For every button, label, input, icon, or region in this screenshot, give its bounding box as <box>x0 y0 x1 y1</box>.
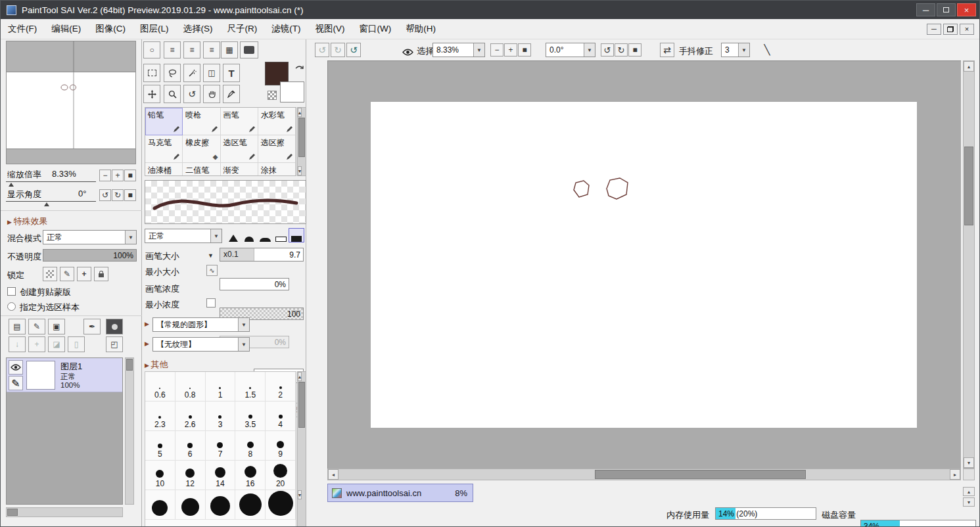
canvas-viewport[interactable] <box>327 60 961 469</box>
brush-size-option[interactable]: 6 <box>175 431 206 461</box>
new-layer-folder-button[interactable]: ▣ <box>48 319 65 334</box>
zoom-out-button[interactable]: − <box>490 43 503 57</box>
chevron-down-icon[interactable]: ▼ <box>125 231 136 244</box>
tool-gradient[interactable]: 渐变 <box>221 163 258 176</box>
tool-brush[interactable]: 画笔 <box>221 108 258 135</box>
canvas-zoom-dropdown[interactable]: 8.33% ▼ <box>432 43 485 57</box>
tab-scroll-down-button[interactable]: ▾ <box>963 497 975 507</box>
nav-zoom-slider-marker[interactable] <box>9 183 14 187</box>
lock-transparency-button[interactable] <box>43 267 57 281</box>
text-tool[interactable]: T <box>223 64 240 82</box>
brush-size-option[interactable]: 16 <box>235 461 266 490</box>
brush-size-option[interactable]: 1.5 <box>235 372 266 401</box>
layer-scrollbar-thumb[interactable] <box>126 359 133 371</box>
canvas-angle-dropdown[interactable]: 0.0° ▼ <box>546 43 595 57</box>
lock-all-button[interactable] <box>94 267 108 281</box>
blend-mode-dropdown[interactable]: 正常 ▼ <box>43 230 137 244</box>
lock-move-button[interactable]: + <box>77 267 91 281</box>
nav-zoom-out-button[interactable]: − <box>99 170 111 181</box>
move-tool[interactable] <box>143 85 160 103</box>
history-button[interactable]: ↺ <box>346 43 361 57</box>
menu-image[interactable]: 图像(C) <box>88 19 133 39</box>
brush-size-option[interactable]: 4 <box>266 401 296 431</box>
tool-airbrush[interactable]: 喷枪 <box>183 108 220 135</box>
brush-size-option[interactable] <box>206 490 236 520</box>
tip-round[interactable] <box>242 229 256 242</box>
swatches-button[interactable]: ▦ <box>221 41 238 58</box>
brush-size-option[interactable]: 20 <box>266 461 296 490</box>
transfer-down-button[interactable]: ↓ <box>9 336 26 352</box>
hue-circle-button[interactable]: ○ <box>143 41 160 58</box>
tip-hollow[interactable] <box>273 229 288 242</box>
mdi-close-button[interactable]: × <box>960 24 974 35</box>
selection-visibility-toggle[interactable] <box>402 47 413 58</box>
triangle-right-icon[interactable]: ▶ <box>145 340 149 347</box>
chevron-down-icon[interactable]: ▼ <box>238 338 249 351</box>
brush-size-option[interactable] <box>145 490 175 520</box>
undo-button[interactable]: ↺ <box>315 43 329 57</box>
chevron-down-icon[interactable]: ▼ <box>473 43 484 57</box>
others-section-header[interactable]: ▶ 其他 <box>145 359 168 371</box>
tool-eraser[interactable]: 橡皮擦◆ <box>183 135 220 163</box>
brush-size-option[interactable] <box>266 490 296 520</box>
opacity-slider[interactable]: 100% <box>43 249 137 262</box>
menu-layer[interactable]: 图层(L) <box>133 19 176 39</box>
brush-size-option[interactable]: 2.6 <box>175 401 206 431</box>
layer-hscrollbar-thumb[interactable] <box>7 509 18 516</box>
scroll-right-icon[interactable]: ▸ <box>950 469 960 480</box>
tip-square[interactable] <box>289 229 304 242</box>
menu-edit[interactable]: 编辑(E) <box>44 19 88 39</box>
brush-size-option[interactable] <box>175 490 206 520</box>
stabilizer-dropdown[interactable]: 3 ▼ <box>721 43 750 57</box>
canvas-hscrollbar-thumb[interactable] <box>595 470 806 479</box>
canvas-vscrollbar-thumb[interactable] <box>964 147 973 225</box>
camera-tool-button[interactable] <box>106 319 123 334</box>
transparent-color-toggle[interactable] <box>268 91 277 100</box>
brush-size-option[interactable]: 10 <box>145 461 175 490</box>
magic-wand-tool[interactable] <box>183 64 200 82</box>
scratchpad-button[interactable] <box>240 41 258 58</box>
tool-watercolor[interactable]: 水彩笔 <box>258 108 296 135</box>
chevron-down-icon[interactable]: ▼ <box>584 43 595 57</box>
scroll-down-icon[interactable]: ▾ <box>964 457 974 468</box>
brush-size-option[interactable]: 9 <box>266 431 296 461</box>
tip-flat-round[interactable] <box>258 229 272 242</box>
brush-size-option[interactable]: 3 <box>206 401 236 431</box>
menu-window[interactable]: 窗口(W) <box>352 19 399 39</box>
tool-binary-pen[interactable]: 二值笔 <box>183 163 220 176</box>
clipping-mask-checkbox[interactable] <box>7 287 16 296</box>
size-unit-dropdown[interactable]: ▼ <box>208 252 214 259</box>
nav-zoom-reset-button[interactable]: ■ <box>124 170 136 181</box>
tool-grid-scrollbar-thumb[interactable] <box>298 118 305 157</box>
menu-ruler[interactable]: 尺子(R) <box>220 19 265 39</box>
brush-size-option[interactable]: 7 <box>206 431 236 461</box>
tool-bucket[interactable]: 油漆桶◆ <box>145 163 183 176</box>
ruler-pen-button[interactable]: ✒ <box>83 319 101 334</box>
rotate-cw-button[interactable]: ↻ <box>615 43 628 57</box>
mdi-restore-button[interactable] <box>943 24 958 35</box>
rotate-view-tool[interactable]: ↺ <box>183 85 200 103</box>
min-density-checkbox[interactable] <box>206 298 216 308</box>
brush-size-option[interactable]: 2.3 <box>145 401 175 431</box>
redo-button[interactable]: ↻ <box>331 43 345 57</box>
effects-section-header[interactable]: ▶ 特殊效果 <box>7 216 47 227</box>
nav-angle-reset-button[interactable]: ■ <box>124 189 136 201</box>
new-layer-button[interactable]: ▤ <box>9 319 26 334</box>
new-linework-layer-button[interactable]: ✎ <box>28 319 45 334</box>
layer-paint-mode-button[interactable]: ✎ <box>9 376 23 390</box>
brush-size-slider[interactable]: x0.1 9.7 <box>220 248 304 262</box>
maximize-button[interactable] <box>937 3 956 16</box>
rect-select-tool[interactable] <box>143 64 160 82</box>
scroll-left-icon[interactable]: ◂ <box>328 469 338 480</box>
scroll-up-icon[interactable]: ▴ <box>298 372 302 381</box>
clear-layer-button[interactable]: ◪ <box>48 336 65 352</box>
chevron-down-icon[interactable]: ▼ <box>738 43 749 57</box>
close-button[interactable]: × <box>957 3 976 16</box>
menu-select[interactable]: 选择(S) <box>176 19 220 39</box>
angle-reset-button[interactable]: ■ <box>628 43 642 57</box>
nav-angle-slider-marker[interactable] <box>44 202 49 206</box>
scroll-up-icon[interactable]: ▴ <box>298 108 302 117</box>
zoom-tool[interactable] <box>164 85 181 103</box>
zoom-reset-button[interactable]: ■ <box>518 43 531 57</box>
chevron-down-icon[interactable]: ▼ <box>210 229 222 242</box>
